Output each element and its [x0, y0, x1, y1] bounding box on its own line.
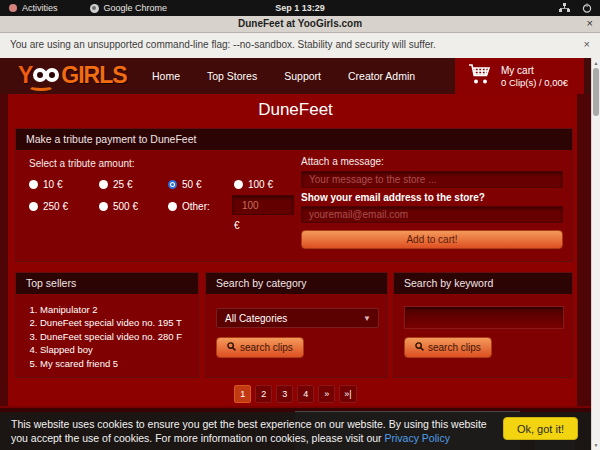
network-icon[interactable] — [559, 3, 570, 13]
page-scrollbar[interactable]: ▲ ▼ — [591, 58, 600, 450]
page-viewport: Y GIRLS Home Top Stores Support Creator … — [0, 58, 600, 450]
cart-summary: 0 Clip(s) / 0,00€ — [501, 77, 568, 88]
cookie-banner: This website uses cookies to ensure you … — [0, 412, 591, 450]
window-title: DuneFeet at YooGirls.com — [0, 18, 600, 29]
amount-option-10[interactable]: 10 € — [29, 179, 62, 190]
category-search-header: Search by category — [206, 273, 387, 294]
radio-icon[interactable] — [29, 180, 38, 189]
scrollbar-thumb[interactable] — [593, 68, 599, 116]
page-title: DuneFeet — [0, 100, 591, 120]
window-titlebar[interactable]: DuneFeet at YooGirls.com × — [0, 16, 600, 33]
radio-icon[interactable] — [234, 180, 243, 189]
window-close-button[interactable]: × — [587, 17, 593, 29]
currency-label: € — [234, 220, 240, 231]
chevron-down-icon: ▼ — [363, 314, 371, 323]
my-cart-button[interactable]: My cart 0 Clip(s) / 0,00€ — [455, 58, 584, 94]
site-header: Y GIRLS Home Top Stores Support Creator … — [0, 58, 591, 94]
category-search-button[interactable]: search clips — [216, 337, 304, 358]
radio-checked-icon[interactable] — [168, 180, 177, 189]
category-select-value: All Categories — [225, 313, 363, 324]
logo-eye-icon — [45, 68, 59, 82]
tribute-panel: Make a tribute payment to DuneFeet Selec… — [15, 128, 573, 262]
logo-letters-girls: GIRLS — [61, 62, 126, 89]
message-label: Attach a message: — [301, 156, 384, 167]
top-seller-item[interactable]: DuneFeet special video no. 280 F — [40, 330, 198, 343]
amount-option-50[interactable]: 50 € — [168, 179, 201, 190]
top-sellers-header: Top sellers — [16, 273, 198, 294]
warning-close-button[interactable]: × — [584, 38, 590, 50]
page-button-2[interactable]: 2 — [255, 385, 272, 403]
keyword-search-header: Search by keyword — [394, 273, 572, 294]
email-input[interactable] — [301, 206, 563, 223]
keyword-input[interactable] — [404, 306, 564, 329]
radio-icon[interactable] — [168, 202, 177, 211]
amount-option-other[interactable]: Other: — [168, 201, 210, 212]
top-sellers-panel: Top sellers Manipulator 2 DuneFeet speci… — [15, 272, 199, 378]
amount-option-500[interactable]: 500 € — [99, 201, 138, 212]
tribute-panel-header: Make a tribute payment to DuneFeet — [16, 129, 572, 150]
radio-icon[interactable] — [99, 202, 108, 211]
power-icon[interactable] — [582, 3, 592, 13]
desktop-top-bar: Activities Google Chrome Sep 1 13:29 — [0, 0, 600, 16]
page-button-last[interactable]: »| — [339, 385, 356, 403]
cookie-message: This website uses cookies to ensure you … — [11, 417, 489, 446]
pagination: 1 2 3 4 » »| — [0, 385, 591, 403]
page-button-3[interactable]: 3 — [276, 385, 293, 403]
category-search-panel: Search by category All Categories ▼ sear… — [205, 272, 388, 378]
keyword-search-button[interactable]: search clips — [404, 337, 492, 358]
scroll-up-icon[interactable]: ▲ — [592, 60, 600, 66]
scroll-down-icon[interactable]: ▼ — [592, 442, 600, 448]
search-icon — [415, 342, 424, 353]
top-seller-item[interactable]: DuneFeet special video no. 195 T — [40, 316, 198, 329]
amount-option-100[interactable]: 100 € — [234, 179, 273, 190]
cart-icon — [468, 63, 492, 89]
add-to-cart-button[interactable]: Add to cart! — [301, 230, 563, 249]
other-amount-input[interactable] — [232, 195, 294, 215]
top-seller-item[interactable]: Slapped boy — [40, 343, 198, 356]
cookie-accept-button[interactable]: Ok, got it! — [503, 417, 578, 440]
nav-home[interactable]: Home — [152, 70, 180, 82]
cart-label: My cart — [501, 65, 568, 76]
page-button-next[interactable]: » — [318, 385, 335, 403]
page-button-4[interactable]: 4 — [297, 385, 314, 403]
nav-creator-admin[interactable]: Creator Admin — [348, 70, 415, 82]
sandbox-warning-bar: You are using an unsupported command-lin… — [0, 33, 600, 58]
yoogirls-logo[interactable]: Y GIRLS — [18, 62, 127, 88]
top-sellers-list: Manipulator 2 DuneFeet special video no.… — [40, 303, 198, 370]
nav-top-stores[interactable]: Top Stores — [207, 70, 257, 82]
amount-option-250[interactable]: 250 € — [29, 201, 68, 212]
message-input[interactable] — [301, 171, 563, 188]
radio-icon[interactable] — [99, 180, 108, 189]
main-nav: Home Top Stores Support Creator Admin — [152, 58, 415, 94]
keyword-search-panel: Search by keyword search clips — [393, 272, 573, 378]
top-seller-item[interactable]: My scared friend 5 — [40, 357, 198, 370]
amount-label: Select a tribute amount: — [29, 158, 135, 169]
clock[interactable]: Sep 1 13:29 — [0, 3, 600, 13]
category-select[interactable]: All Categories ▼ — [216, 308, 379, 328]
nav-support[interactable]: Support — [284, 70, 321, 82]
warning-message: You are using an unsupported command-lin… — [10, 39, 436, 50]
amount-option-25[interactable]: 25 € — [99, 179, 132, 190]
search-icon — [227, 342, 236, 353]
top-seller-item[interactable]: Manipulator 2 — [40, 303, 198, 316]
page-button-1[interactable]: 1 — [234, 385, 251, 403]
logo-smile-icon — [28, 82, 54, 91]
radio-icon[interactable] — [29, 202, 38, 211]
email-label: Show your email address to the store? — [301, 192, 485, 203]
privacy-policy-link[interactable]: Privacy Policy — [385, 432, 450, 444]
